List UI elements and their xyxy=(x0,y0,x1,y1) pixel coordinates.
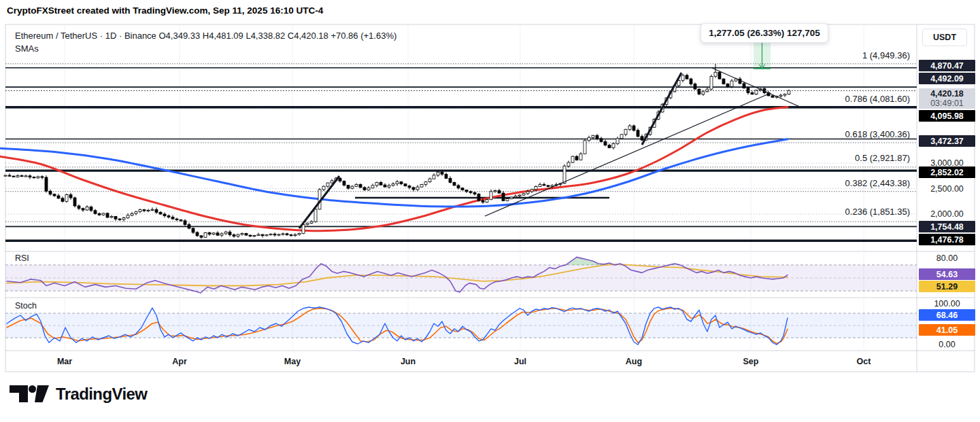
candle-body xyxy=(212,233,215,234)
candle-body xyxy=(445,174,447,178)
candle-body xyxy=(416,187,419,190)
currency-button[interactable]: USDT xyxy=(922,29,967,46)
candle-body xyxy=(396,182,399,184)
candle-body xyxy=(702,92,705,94)
candle-body xyxy=(57,196,60,198)
candle-body xyxy=(608,145,611,148)
candle-body xyxy=(371,186,374,188)
candle-body xyxy=(490,192,492,200)
candle-body xyxy=(457,186,460,188)
legend-ohlc-line: Ethereum / TetherUS · 1D · Binance O4,34… xyxy=(15,30,396,42)
candle-body xyxy=(530,190,533,192)
axis-label: 2,000.00 xyxy=(919,209,975,219)
candle-body xyxy=(261,234,264,236)
axis-price-badge: 1,476.78 xyxy=(919,234,975,245)
candle-body xyxy=(714,72,717,76)
candle-body xyxy=(326,183,329,186)
candle-body xyxy=(535,186,537,190)
candle-body xyxy=(322,186,325,190)
candle-body xyxy=(208,232,211,234)
candle-body xyxy=(151,209,154,210)
candle-body xyxy=(420,184,423,187)
candle-body xyxy=(526,192,529,194)
candle-body xyxy=(710,76,713,89)
candle-body xyxy=(461,188,464,190)
candle-body xyxy=(118,219,121,219)
candle-body xyxy=(33,177,35,178)
candle-body xyxy=(200,236,203,237)
candle-body xyxy=(726,84,729,87)
symbol-legend[interactable]: Ethereum / TetherUS · 1D · Binance O4,34… xyxy=(15,30,396,55)
axis-label: 2,500.00 xyxy=(919,183,975,194)
candle-body xyxy=(155,209,158,212)
candle-body xyxy=(4,175,7,176)
candle-body xyxy=(82,209,84,210)
candle-body xyxy=(506,198,509,200)
fib-level-label: 1 (4,949.36) xyxy=(774,50,910,60)
candle-body xyxy=(502,193,505,200)
candle-body xyxy=(567,162,570,166)
axis-price-badge: 4,492.09 xyxy=(919,73,975,84)
axis-price-badge: 51.29 xyxy=(919,281,975,292)
candle-body xyxy=(249,235,252,236)
tradingview-logo[interactable]: TradingView xyxy=(10,385,147,404)
candle-body xyxy=(86,207,88,211)
axis-price-badge: 3,472.37 xyxy=(919,135,975,147)
candle-body xyxy=(730,81,733,86)
axis-label: 0.00 xyxy=(919,339,975,350)
candle-body xyxy=(102,213,105,215)
candle-body xyxy=(49,191,52,194)
candle-body xyxy=(351,186,354,188)
candle-body xyxy=(61,198,64,202)
tradingview-logo-text: TradingView xyxy=(56,385,147,404)
candle-body xyxy=(224,232,227,234)
candle-body xyxy=(253,236,256,236)
candle-body xyxy=(518,195,521,196)
candle-body xyxy=(498,190,501,193)
axis-label: 80.00 xyxy=(919,253,975,264)
candle-body xyxy=(339,178,341,181)
candle-body xyxy=(245,234,248,236)
candle-body xyxy=(632,126,635,130)
candle-body xyxy=(584,141,586,154)
candle-body xyxy=(408,186,411,188)
candle-body xyxy=(167,216,170,217)
axis-price-badge: 54.63 xyxy=(919,268,975,280)
candle-body xyxy=(163,214,166,216)
measure-tooltip: 1,277.05 (26.33%) 127,705 xyxy=(700,23,828,43)
fib-level-label: 0.618 (3,400.36) xyxy=(774,129,910,139)
candle-body xyxy=(428,179,431,182)
candle-body xyxy=(579,154,582,160)
bar-countdown: 03:49:01 xyxy=(919,99,975,108)
candle-body xyxy=(286,234,288,235)
candle-body xyxy=(718,72,721,79)
candle-body xyxy=(604,141,607,145)
candle-body xyxy=(392,184,394,186)
candle-body xyxy=(343,181,345,186)
candle-body xyxy=(273,234,276,235)
candle-body xyxy=(465,190,468,192)
candle-body xyxy=(437,172,439,175)
candle-body xyxy=(306,223,309,224)
candle-body xyxy=(290,235,292,236)
candle-body xyxy=(139,210,141,212)
candle-body xyxy=(384,185,386,187)
candle-body xyxy=(575,156,578,160)
month-label: Jun xyxy=(388,357,428,366)
candle-body xyxy=(494,190,496,192)
candle-body xyxy=(453,182,456,186)
fib-level-label: 0.5 (2,921.87) xyxy=(774,153,910,163)
candle-body xyxy=(751,92,754,94)
candle-body xyxy=(69,195,72,198)
candle-body xyxy=(204,232,207,237)
month-label: Sep xyxy=(730,357,771,366)
candle-body xyxy=(571,156,574,162)
candle-body xyxy=(388,186,390,187)
axis-price-badge: 2,852.02 xyxy=(919,166,975,178)
candle-body xyxy=(596,135,598,139)
current-price-badge: 4,420.1803:49:01 xyxy=(919,88,975,109)
candle-body xyxy=(433,175,435,179)
candle-body xyxy=(355,184,358,186)
candle-body xyxy=(282,234,284,234)
candle-body xyxy=(24,176,27,177)
